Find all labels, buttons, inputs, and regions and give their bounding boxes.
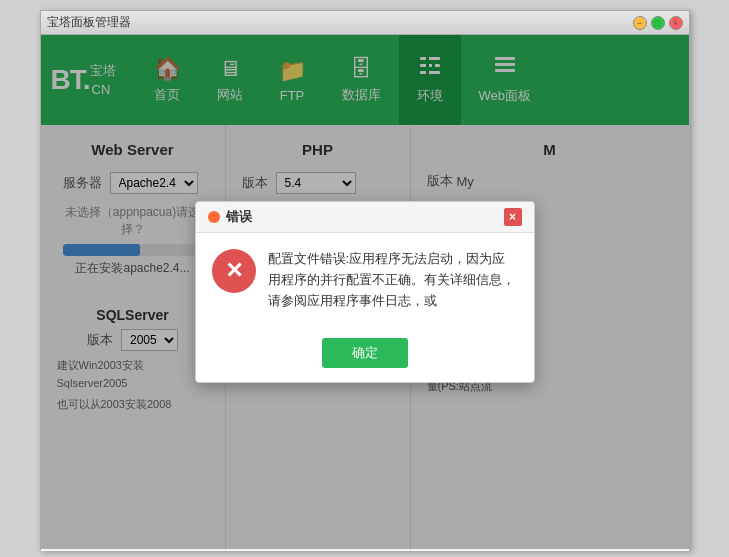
modal-error-dot bbox=[208, 211, 220, 223]
modal-header: 错误 × bbox=[196, 202, 534, 233]
main-window: 宝塔面板管理器 − □ × BT. 宝塔 CN 🏠 首页 🖥 网站 bbox=[40, 10, 690, 550]
modal-ok-button[interactable]: 确定 bbox=[322, 338, 408, 368]
minimize-button[interactable]: − bbox=[633, 16, 647, 30]
window-controls: − □ × bbox=[633, 16, 683, 30]
titlebar: 宝塔面板管理器 − □ × bbox=[41, 11, 689, 35]
window-close-button[interactable]: × bbox=[669, 16, 683, 30]
modal-close-button[interactable]: × bbox=[504, 208, 522, 226]
window-title: 宝塔面板管理器 bbox=[47, 14, 131, 31]
maximize-button[interactable]: □ bbox=[651, 16, 665, 30]
modal-body: ✕ 配置文件错误:应用程序无法启动，因为应用程序的并行配置不正确。有关详细信息，… bbox=[196, 233, 534, 327]
modal-message: 配置文件错误:应用程序无法启动，因为应用程序的并行配置不正确。有关详细信息，请参… bbox=[268, 249, 518, 311]
error-modal: 错误 × ✕ 配置文件错误:应用程序无法启动，因为应用程序的并行配置不正确。有关… bbox=[195, 201, 535, 382]
modal-title: 错误 bbox=[226, 208, 252, 226]
error-icon-circle: ✕ bbox=[212, 249, 256, 293]
modal-title-row: 错误 bbox=[208, 208, 252, 226]
error-x-icon: ✕ bbox=[225, 260, 243, 282]
modal-overlay: 错误 × ✕ 配置文件错误:应用程序无法启动，因为应用程序的并行配置不正确。有关… bbox=[41, 35, 689, 549]
modal-footer: 确定 bbox=[196, 328, 534, 382]
